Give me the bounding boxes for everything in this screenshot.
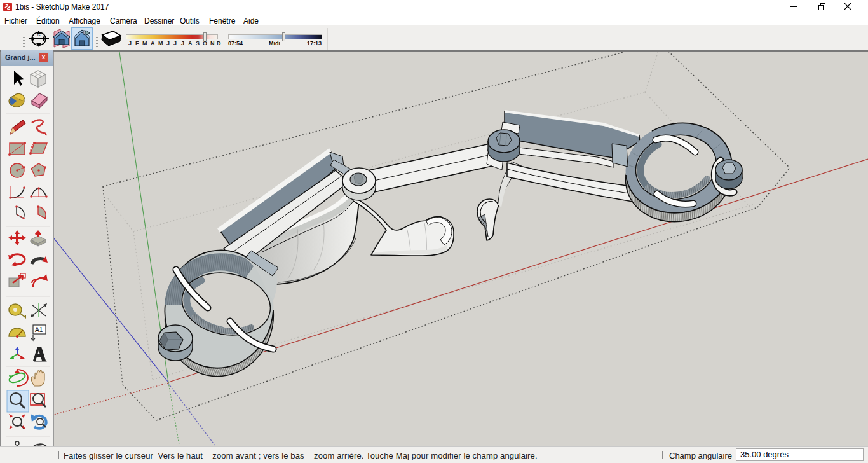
svg-text:G: G: [37, 33, 41, 37]
svg-text:A1: A1: [35, 326, 43, 333]
